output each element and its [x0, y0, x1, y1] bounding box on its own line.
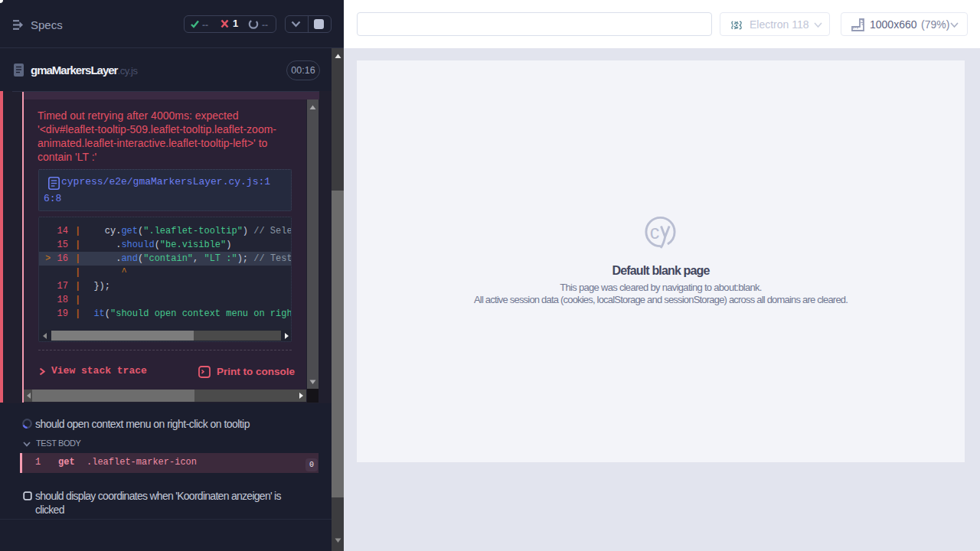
svg-text:c: c [650, 221, 660, 243]
